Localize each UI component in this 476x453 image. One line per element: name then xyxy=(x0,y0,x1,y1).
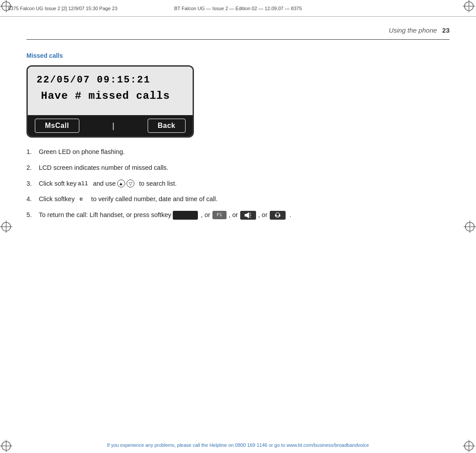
step-5-content: To return the call: Lift handset, or pre… xyxy=(39,210,291,220)
section-title: Using the phone xyxy=(389,26,437,34)
step-4-key-e: e xyxy=(76,195,86,204)
svg-rect-24 xyxy=(275,214,276,217)
step-2-content: LCD screen indicates number of missed ca… xyxy=(39,163,168,173)
step-3-text-middle: and use xyxy=(89,179,116,189)
step-5-text: To return the call: Lift handset, or pre… xyxy=(39,210,171,220)
headset-key-icon xyxy=(270,211,286,220)
phone-screen: 22/05/07 09:15:21 Have # missed calls Ms… xyxy=(26,65,194,138)
step-4-text-after: to verify called number, date and time o… xyxy=(88,195,218,204)
top-bar: 8375 Falcon UG Issue 2 [2] 12/9/07 15:30… xyxy=(0,0,476,17)
corner-reg-bl xyxy=(0,440,13,453)
phone-screen-inner: 22/05/07 09:15:21 Have # missed calls xyxy=(28,67,193,102)
step-3-key-all: all xyxy=(78,180,88,188)
step-5-or3: , or xyxy=(258,210,268,220)
side-reg-left xyxy=(0,221,12,233)
step-5-or1: , or xyxy=(199,210,210,220)
page-content: Using the phone 23 Missed calls 22/05/07… xyxy=(26,17,450,431)
step-1: Green LED on phone flashing. xyxy=(26,147,450,157)
step-3: Click soft key all and use ▲ ▽ to search… xyxy=(26,179,450,189)
svg-rect-18 xyxy=(245,214,246,217)
step-3-text-after: to search list. xyxy=(136,179,177,189)
step-4: Click softkey e to verify called number,… xyxy=(26,195,450,204)
f1-key-icon: F1 xyxy=(212,211,227,219)
svg-line-22 xyxy=(249,217,251,217)
svg-rect-25 xyxy=(279,214,280,217)
step-5-end: . xyxy=(288,210,291,220)
steps-list: Green LED on phone flashing. LCD screen … xyxy=(26,147,450,220)
step-5: To return the call: Lift handset, or pre… xyxy=(26,210,450,220)
svg-line-20 xyxy=(249,213,251,214)
step-5-or2: , or xyxy=(229,210,238,220)
step-1-text: Green LED on phone flashing. xyxy=(39,147,125,157)
arrow-down-icon: ▽ xyxy=(126,180,134,187)
top-bar-left-text: 8375 Falcon UG Issue 2 [2] 12/9/07 15:30… xyxy=(8,6,117,11)
footer-text: If you experience any problems, please c… xyxy=(107,442,369,448)
phone-mscall-button: MsCall xyxy=(35,119,79,133)
step-5-softkey xyxy=(173,211,198,220)
step-2: LCD screen indicates number of missed ca… xyxy=(26,163,450,173)
page-header: Using the phone 23 xyxy=(26,17,450,40)
phone-back-button: Back xyxy=(148,119,186,133)
arrow-up-icon: ▲ xyxy=(117,180,125,187)
step-4-content: Click softkey e to verify called number,… xyxy=(39,195,218,204)
phone-screen-wrap: 22/05/07 09:15:21 Have # missed calls Ms… xyxy=(26,65,450,138)
step-3-text-before: Click soft key xyxy=(39,179,76,189)
step-4-text-before: Click softkey xyxy=(39,195,74,204)
phone-message: Have # missed calls xyxy=(37,90,184,102)
page-number: 23 xyxy=(442,26,450,34)
step-1-content: Green LED on phone flashing. xyxy=(39,147,125,157)
phone-datetime: 22/05/07 09:15:21 xyxy=(37,75,184,86)
top-bar-center-text: BT Falcon UG — Issue 2 — Edition 02 — 12… xyxy=(174,6,302,11)
step-3-content: Click soft key all and use ▲ ▽ to search… xyxy=(39,179,177,189)
svg-marker-19 xyxy=(246,212,249,218)
step-2-text: LCD screen indicates number of missed ca… xyxy=(39,163,168,173)
speaker-key-icon xyxy=(240,211,256,220)
corner-reg-br xyxy=(463,440,476,453)
svg-point-23 xyxy=(276,213,279,216)
side-reg-right xyxy=(464,221,476,233)
section-heading: Missed calls xyxy=(26,52,450,59)
page-footer: If you experience any problems, please c… xyxy=(26,442,450,448)
phone-buttons-bar: MsCall | Back xyxy=(28,115,193,136)
phone-btn-divider: | xyxy=(112,121,115,131)
